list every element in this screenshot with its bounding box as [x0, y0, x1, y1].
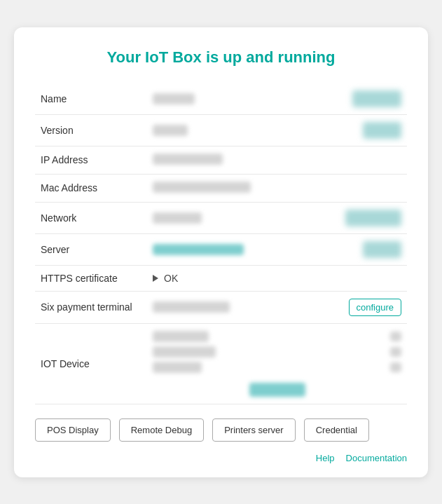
help-link[interactable]: Help: [316, 453, 335, 463]
https-label: HTTPS certificate: [35, 265, 147, 291]
iot-box-card: Your IoT Box is up and running Name Vers…: [14, 27, 428, 477]
documentation-link[interactable]: Documentation: [346, 453, 407, 463]
payment-value: configure: [147, 291, 407, 323]
remote-debug-button[interactable]: Remote Debug: [119, 418, 204, 442]
name-value: [147, 83, 407, 115]
configure-button[interactable]: configure: [349, 299, 401, 316]
name-label: Name: [35, 83, 147, 115]
triangle-icon: [153, 275, 158, 282]
ip-label: IP Address: [35, 146, 147, 174]
version-label: Version: [35, 114, 147, 146]
payment-row: Six payment terminal configure: [35, 291, 407, 323]
iot-devices: [147, 323, 407, 404]
server-label: Server: [35, 233, 147, 265]
mac-row: Mac Address: [35, 174, 407, 202]
bottom-links: Help Documentation: [35, 453, 407, 463]
version-value: [147, 114, 407, 146]
ip-value: [147, 146, 407, 174]
network-label: Network: [35, 202, 147, 233]
pos-display-button[interactable]: POS Display: [35, 418, 111, 442]
https-ok-text: OK: [164, 273, 178, 284]
footer-buttons: POS Display Remote Debug Printers server…: [35, 418, 407, 442]
version-row: Version: [35, 114, 407, 146]
https-row: HTTPS certificate OK: [35, 265, 407, 291]
printers-server-button[interactable]: Printers server: [212, 418, 296, 442]
network-value: [147, 202, 407, 233]
mac-value: [147, 174, 407, 202]
mac-label: Mac Address: [35, 174, 147, 202]
https-value: OK: [147, 265, 407, 291]
iot-row: IOT Device: [35, 323, 407, 404]
payment-label: Six payment terminal: [35, 291, 147, 323]
server-value: [147, 233, 407, 265]
iot-device-item: [153, 346, 401, 357]
server-row: Server: [35, 233, 407, 265]
name-row: Name: [35, 83, 407, 115]
ip-row: IP Address: [35, 146, 407, 174]
iot-device-item: [153, 331, 401, 342]
credential-button[interactable]: Credential: [304, 418, 369, 442]
info-table: Name Version IP Address: [35, 83, 407, 404]
iot-label: IOT Device: [35, 323, 147, 404]
page-title: Your IoT Box is up and running: [35, 48, 407, 67]
network-row: Network: [35, 202, 407, 233]
iot-device-item: [153, 362, 401, 373]
